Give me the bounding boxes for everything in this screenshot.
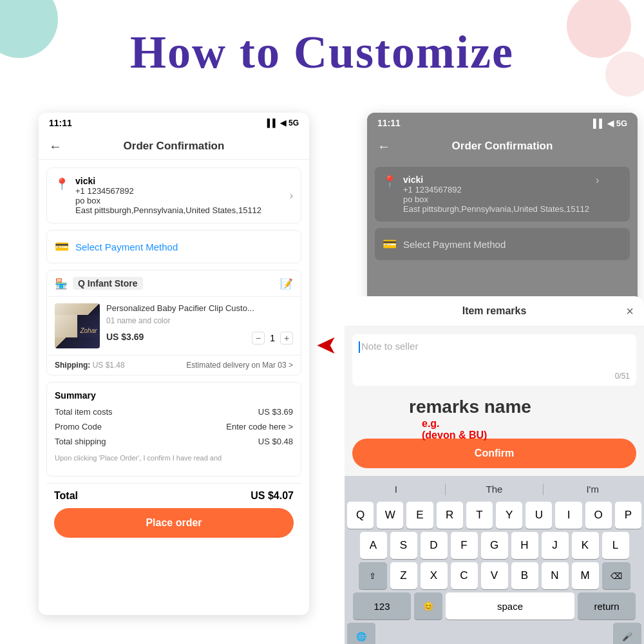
product-row-left: Zohar Personalized Baby Pacifier Clip Cu… [47, 297, 301, 355]
suggestion-im[interactable]: I'm [544, 484, 641, 495]
total-label-left: Total [54, 490, 78, 502]
confirm-button[interactable]: Confirm [352, 439, 636, 468]
status-icons-right: ▌▌ ◀ 5G [593, 118, 627, 128]
place-order-button[interactable]: Place order [54, 508, 294, 538]
promo-code-row[interactable]: Promo Code Enter code here > [55, 422, 293, 431]
decorative-circle-teal [0, 0, 58, 58]
payment-icon-left: 💳 [55, 240, 69, 254]
key-b[interactable]: B [511, 562, 538, 589]
address-info-left: vicki +1 1234567892 po box East pittsbur… [75, 176, 293, 215]
mic-key[interactable]: 🎤 [613, 623, 641, 644]
key-u[interactable]: U [526, 502, 552, 529]
on-screen-keyboard: I The I'm Q W E R T Y U I O P A S D F G … [345, 476, 644, 644]
status-icons-left: ▌▌ ◀ 5G [267, 118, 299, 128]
suggestion-i[interactable]: I [347, 484, 445, 495]
total-item-costs-value: US $3.69 [258, 407, 293, 417]
shipping-row-left: Shipping: US $1.48 Estimated delivery on… [47, 355, 301, 375]
key-a[interactable]: A [360, 532, 387, 559]
total-row-left: Total US $4.07 [46, 483, 301, 508]
key-v[interactable]: V [481, 562, 508, 589]
promo-code-value: Enter code here > [226, 422, 293, 431]
key-y[interactable]: Y [496, 502, 522, 529]
key-h[interactable]: H [511, 532, 538, 559]
shipping-delivery-left: Estimated delivery on Mar 03 > [186, 361, 293, 370]
qty-plus-btn[interactable]: + [280, 332, 293, 345]
summary-card-left: Summary Total item costs US $3.69 Promo … [46, 382, 301, 477]
back-button-right[interactable]: ← [377, 139, 390, 154]
key-o[interactable]: O [585, 502, 612, 529]
total-shipping-row: Total shipping US $0.48 [55, 437, 293, 446]
address-street-right: po box [403, 194, 589, 204]
product-image-left: Zohar [55, 303, 100, 348]
key-w[interactable]: W [377, 502, 403, 529]
modal-close-button[interactable]: × [626, 304, 634, 319]
key-m[interactable]: M [572, 562, 599, 589]
product-variant-left: 01 name and color [106, 316, 293, 325]
phone-header-right: ← Order Confirmation [367, 133, 638, 159]
product-price-left: US $3.69 [106, 332, 144, 342]
payment-label-right: Select Payment Method [403, 239, 506, 250]
key-l[interactable]: L [602, 532, 629, 559]
key-t[interactable]: T [466, 502, 493, 529]
key-n[interactable]: N [542, 562, 569, 589]
header-title-right: Order Confirmation [452, 140, 553, 153]
key-f[interactable]: F [451, 532, 478, 559]
modal-title: Item remarks [462, 305, 527, 317]
qty-minus-btn[interactable]: − [252, 332, 265, 345]
promo-code-label: Promo Code [55, 422, 102, 431]
key-d[interactable]: D [421, 532, 448, 559]
key-r[interactable]: R [437, 502, 463, 529]
address-card-right: 📍 vicki +1 1234567892 po box East pittsb… [375, 167, 630, 222]
item-remarks-modal: Item remarks × Note to seller 0/51 remar… [345, 296, 644, 644]
suggestion-the[interactable]: The [446, 484, 544, 495]
shift-key[interactable]: ⇧ [359, 562, 387, 589]
product-qty-left: − 1 + [252, 332, 293, 345]
keyboard-row-2: A S D F G H J K L [347, 532, 641, 559]
status-time-right: 11:11 [377, 118, 401, 128]
key-i[interactable]: I [555, 502, 582, 529]
store-name-left: Q Infant Store [73, 277, 143, 290]
note-icon-left[interactable]: 📝 [280, 278, 293, 290]
char-count: 0/51 [615, 372, 630, 381]
return-key[interactable]: return [578, 592, 636, 620]
key-p[interactable]: P [615, 502, 641, 529]
keyboard-row-1: Q W E R T Y U I O P [347, 502, 641, 529]
status-time-left: 11:11 [49, 118, 72, 128]
key-e[interactable]: E [406, 502, 433, 529]
key-j[interactable]: J [542, 532, 569, 559]
key-c[interactable]: C [451, 562, 478, 589]
header-title-left: Order Confirmation [124, 140, 225, 153]
key-q[interactable]: Q [347, 502, 374, 529]
text-cursor [359, 341, 360, 353]
globe-key[interactable]: 🌐 [347, 623, 375, 644]
delete-key[interactable]: ⌫ [602, 562, 630, 589]
key-s[interactable]: S [390, 532, 417, 559]
address-info-right: vicki +1 1234567892 po box East pittsbur… [403, 175, 589, 214]
num-key[interactable]: 123 [353, 592, 411, 620]
address-city-right: East pittsburgh,Pennsylvania,United Stat… [403, 204, 589, 214]
key-k[interactable]: K [572, 532, 599, 559]
keyboard-spacer [379, 623, 610, 644]
qty-number: 1 [270, 333, 275, 343]
emoji-key[interactable]: 😊 [414, 592, 442, 620]
shipping-cost-left: US $1.48 [93, 361, 125, 370]
total-shipping-label: Total shipping [55, 437, 106, 446]
payment-card-left[interactable]: 💳 Select Payment Method [46, 230, 301, 263]
phone-content-right: 📍 vicki +1 1234567892 po box East pittsb… [367, 159, 638, 268]
key-z[interactable]: Z [390, 562, 417, 589]
key-x[interactable]: X [421, 562, 448, 589]
space-key[interactable]: space [446, 592, 574, 620]
address-phone-left: +1 1234567892 [75, 186, 293, 196]
store-section-left: 🏪 Q Infant Store 📝 Zohar Personalized Ba… [46, 270, 301, 375]
chevron-right: › [596, 175, 599, 186]
right-phone-screenshot: 11:11 ▌▌ ◀ 5G ← Order Confirmation 📍 vic… [367, 113, 638, 312]
key-g[interactable]: G [481, 532, 508, 559]
product-details-left: Personalized Baby Pacifier Clip Custo...… [106, 303, 293, 348]
note-placeholder: Note to seller [361, 341, 418, 352]
back-button-left[interactable]: ← [49, 139, 62, 154]
main-title: How to Customize [130, 26, 514, 79]
keyboard-globe-row: 🌐 🎤 [347, 623, 641, 644]
remarks-eg-annotation: e.g.(devon & BU) [422, 418, 487, 441]
modal-input-area[interactable]: Note to seller 0/51 [352, 334, 636, 386]
address-card-left[interactable]: 📍 vicki +1 1234567892 po box East pittsb… [46, 167, 301, 223]
